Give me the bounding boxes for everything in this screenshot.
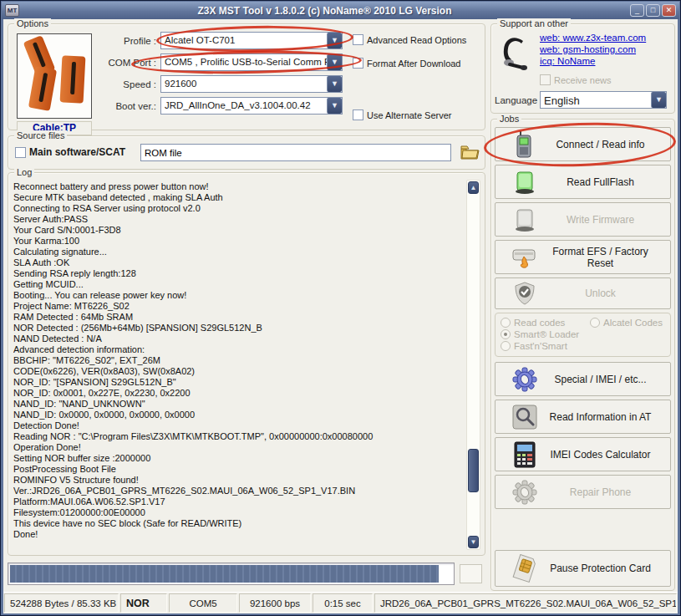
chevron-down-icon[interactable]: ▼ [327, 98, 342, 114]
receive-news-checkbox[interactable]: Receive news [540, 74, 611, 85]
scroll-down-icon[interactable]: ▼ [468, 536, 479, 548]
status-bar: 524288 Bytes / 85.33 KB NOR COM5 921600 … [3, 592, 678, 613]
log-line: Project Name: MT6226_S02 [13, 301, 465, 312]
log-line: NOR_ID: 0x0001, 0x227E, 0x2230, 0x2200 [13, 388, 465, 399]
gsm-hosting-link[interactable]: web: gsm-hosting.com [540, 44, 646, 54]
status-port: COM5 [169, 593, 237, 613]
progress-bar-fill [10, 565, 439, 583]
progress-aux-box [460, 564, 482, 583]
status-firmware-version: JRD26_06A_PCB01_GPRS_MT6226_S02.MAUI_06A… [374, 593, 677, 613]
flash-drive-gray-icon [511, 207, 539, 232]
log-line: NAND_ID: "NAND_UNKNOWN" [13, 399, 465, 410]
status-bytes: 524288 Bytes / 85.33 KB [4, 593, 119, 613]
log-line: ROMINFO V5 Structure found! [13, 475, 465, 486]
maximize-button[interactable]: □ [646, 4, 660, 17]
log-line: Booting... You can release power key now… [13, 290, 465, 301]
options-group-label: Options [14, 18, 51, 28]
use-alternate-server-checkbox[interactable]: Use Alternate Server [353, 109, 452, 120]
log-line: Reconnect battery and press power button… [13, 181, 465, 192]
log-line: Setting NOR buffer size :2000000 [13, 453, 465, 464]
magnifier-icon [511, 405, 539, 430]
scrollbar-thumb[interactable] [468, 449, 479, 492]
read-fullflash-button[interactable]: Read FullFlash [495, 165, 671, 199]
title-bar: MT Z3X MST Tool v 1.8.0.2 (c) NoName® 20… [2, 2, 679, 19]
log-line: Sending RSA reply length:128 [13, 268, 465, 279]
scroll-up-icon[interactable]: ▲ [468, 181, 479, 194]
log-group-label: Log [14, 167, 34, 177]
status-memory-type: NOR [120, 593, 167, 613]
gear-blue-icon [511, 367, 539, 392]
boot-ver-select[interactable]: JRD_AllInOne_DA_v3.1004.00.42 ▼ [160, 97, 343, 115]
log-line: NOR Detected : (256Mb+64Mb) [SPANSION] S… [13, 323, 465, 333]
special-imei-button[interactable]: Special / IMEI / etc... [495, 362, 671, 396]
log-line: PostProcessing Boot File [13, 464, 465, 475]
log-line: Secure MTK baseband detected , making SL… [13, 192, 465, 203]
jobs-group: Jobs Connect / Read info Read [490, 119, 675, 591]
icq-link[interactable]: icq: NoName [540, 56, 646, 66]
boot-ver-label: Boot ver.: [100, 101, 160, 111]
chevron-down-icon[interactable]: ▼ [651, 92, 666, 108]
log-line: Reading NOR : "C:\Program Files\Z3X\MTK\… [13, 431, 465, 442]
log-line: Server Auth:PASS [13, 214, 465, 225]
unlock-button[interactable]: Unlock [495, 277, 671, 309]
main-software-scat-checkbox[interactable]: Main software/SCAT [15, 146, 125, 158]
log-line: Calculating signature... [13, 247, 465, 257]
log-line: RAM Detected : 64Mb SRAM [13, 312, 465, 323]
log-line: Advanced detection information: [13, 344, 465, 355]
window-title: Z3X MST Tool v 1.8.0.2 (c) NoName® 2010 … [19, 5, 630, 17]
pause-protection-card-button[interactable]: Pause Protection Card [495, 550, 671, 587]
support-group-label: Support an other [497, 18, 571, 28]
source-files-group: Source files Main software/SCAT [8, 135, 485, 170]
app-window: MT Z3X MST Tool v 1.8.0.2 (c) NoName® 20… [0, 0, 681, 616]
open-folder-button[interactable] [460, 143, 480, 161]
radio-fast-n-smart[interactable]: Fast'n'Smart [501, 341, 590, 351]
source-files-group-label: Source files [14, 130, 67, 140]
shield-icon [511, 281, 539, 306]
log-line: CODE(0x6226), VER(0x8A03), SW(0x8A02) [13, 366, 465, 377]
chevron-down-icon[interactable]: ▼ [327, 76, 342, 92]
log-line: Detection Done! [13, 420, 465, 431]
app-icon: MT [5, 4, 19, 17]
drive-flame-icon [511, 245, 539, 270]
format-efs-button[interactable]: Format EFS / Factory Reset [495, 240, 671, 274]
log-line: NAND_ID: 0x0000, 0x0000, 0x0000, 0x0000 [13, 410, 465, 420]
calculator-icon [511, 441, 539, 468]
status-speed: 921600 bps [239, 593, 311, 613]
profile-label: Profile : [100, 36, 160, 46]
jobs-group-label: Jobs [497, 114, 521, 124]
write-firmware-button[interactable]: Write Firmware [495, 202, 671, 237]
speed-label: Speed : [100, 79, 160, 89]
folder-icon [460, 143, 480, 161]
headset-icon [498, 34, 533, 73]
log-scrollbar[interactable]: ▲ ▼ [466, 180, 480, 550]
format-after-download-checkbox[interactable]: Format After Download [353, 58, 461, 69]
language-select[interactable]: English ▼ [540, 91, 667, 109]
repair-phone-button[interactable]: Repair Phone [495, 475, 671, 509]
log-line: Platform:MAUI.06A.W06.52.SP1.V17 [13, 496, 465, 507]
radio-read-codes[interactable]: Read codes [501, 318, 590, 328]
imei-calculator-button[interactable]: IMEI Codes Calculator [495, 437, 671, 471]
speed-select[interactable]: 921600 ▼ [160, 75, 343, 93]
sim-card-icon [511, 554, 539, 583]
unlock-mode-radio-group: Read codes Smart® Loader Fast'n'Smart Al… [495, 313, 671, 357]
gear-gray-icon [511, 480, 539, 505]
language-label: Language [495, 95, 540, 105]
minimize-button[interactable]: _ [630, 4, 644, 17]
log-line: BBCHIP: "MT6226_S02", EXT_26M [13, 355, 465, 366]
log-line: This device have no SEC block (Safe for … [13, 518, 465, 529]
close-button[interactable]: ✕ [662, 4, 676, 17]
log-line: NAND Detected : N/A [13, 333, 465, 344]
log-output: Reconnect battery and press power button… [13, 181, 465, 550]
log-line: Operation Done! [13, 442, 465, 453]
phone-preview-image [17, 33, 92, 119]
advanced-read-options-checkbox[interactable]: Advanced Read Options [353, 34, 466, 45]
z3x-team-link[interactable]: web: www.z3x-team.com [540, 33, 646, 43]
radio-alcatel-codes[interactable]: Alcatel Codes [590, 318, 667, 328]
support-group: Support an other web: www.z3x-team.com w… [490, 23, 675, 114]
rom-file-input[interactable] [140, 144, 451, 161]
log-line: Your Karma:100 [13, 236, 465, 247]
radio-smart-loader[interactable]: Smart® Loader [501, 329, 590, 339]
read-info-at-button[interactable]: Read Information in AT [495, 400, 671, 434]
log-line: Ver.:JRD26_06A_PCB01_GPRS_MT6226_S02.MAU… [13, 486, 465, 496]
log-line: Connecting to RSA Server using protocol … [13, 203, 465, 214]
